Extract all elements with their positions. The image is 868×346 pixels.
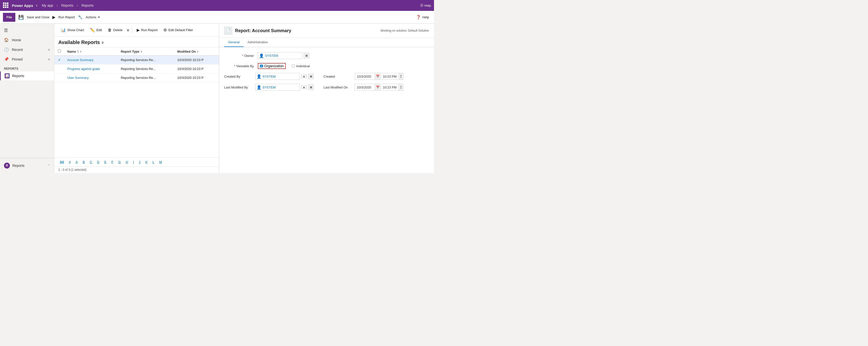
edit-default-filter-button[interactable]: ⚙ Edit Default Filter [161, 26, 195, 34]
created-on-date-input[interactable]: 10/3/2020 📅 10:23 PM ▲ ▼ [355, 73, 403, 80]
last-modified-on-date-input[interactable]: 10/3/2020 📅 10:23 PM ▲ ▼ [355, 84, 403, 91]
alpha-btn-#[interactable]: # [67, 160, 72, 164]
individual-radio[interactable] [292, 64, 295, 68]
hamburger-menu[interactable]: ☰ [0, 26, 54, 35]
sidebar-item-recent[interactable]: 🕐 Recent ∨ [0, 45, 54, 54]
alpha-btn-e[interactable]: E [103, 160, 108, 164]
pinned-chevron-icon: ∨ [48, 58, 50, 61]
actions-button[interactable]: Actions ▼ [84, 13, 102, 22]
run-report-ribbon-button[interactable]: Run Report [56, 13, 76, 22]
edit-button[interactable]: ✏️ Edit [88, 26, 104, 34]
last-modified-on-calendar-btn[interactable]: 📅 [375, 84, 381, 90]
alpha-btn-m[interactable]: M [158, 160, 163, 164]
tab-general[interactable]: General [224, 38, 243, 47]
organization-radio[interactable] [260, 64, 263, 68]
show-chart-button[interactable]: 📊 Show Chart [58, 26, 87, 34]
alpha-btn-f[interactable]: F [110, 160, 115, 164]
created-on-calendar-btn[interactable]: 📅 [375, 73, 381, 80]
last-modified-by-up-btn[interactable]: ▲ [301, 86, 307, 89]
last-modified-by-lookup-btn[interactable]: ⊞ [308, 85, 314, 90]
breadcrumb-separator: › [57, 3, 58, 7]
file-button[interactable]: File [3, 13, 15, 22]
waffle-icon[interactable] [3, 2, 9, 8]
delete-button[interactable]: 🗑 Delete [105, 26, 125, 34]
created-by-up-btn[interactable]: ▲ [301, 75, 307, 78]
alpha-btn-h[interactable]: H [124, 160, 129, 164]
owner-lookup-button[interactable]: ⊞ [304, 53, 309, 58]
modified-on-column-header[interactable]: Modified On ∨ [174, 48, 219, 56]
alpha-btn-d[interactable]: D [96, 160, 101, 164]
sidebar-item-pinned[interactable]: 📌 Pinned ∨ [0, 54, 54, 64]
reports-bottom-icon: R [4, 163, 10, 168]
run-report-button[interactable]: ▶ Run Report [134, 26, 160, 34]
alpha-btn-j[interactable]: J [137, 160, 142, 164]
name-sort-icons[interactable]: ▲ ▼ [77, 50, 79, 53]
table-row[interactable]: Progress against goalsReporting Services… [54, 64, 219, 73]
sidebar-item-reports[interactable]: 📊 Reports [0, 71, 54, 80]
status-bar: 1 - 3 of 3 (1 selected) [54, 166, 219, 173]
last-modified-on-time: 10:23 PM [381, 86, 399, 89]
created-by-input[interactable]: 👤 SYSTEM [255, 73, 300, 80]
report-type-filter-icon[interactable]: ∨ [141, 50, 142, 53]
my-app-label[interactable]: My app [42, 3, 53, 7]
breadcrumb-reports2[interactable]: Reports [81, 3, 93, 7]
breadcrumb-reports1[interactable]: Reports [61, 3, 73, 7]
viewable-by-label: Viewable By [224, 64, 254, 68]
list-title-chevron-icon[interactable]: ∨ [101, 40, 104, 44]
alpha-btn-b[interactable]: B [81, 160, 87, 164]
alpha-btn-c[interactable]: C [88, 160, 93, 164]
alpha-btn-l[interactable]: L [151, 160, 156, 164]
table-row[interactable]: User SummaryReporting Services Re...10/3… [54, 73, 219, 82]
save-close-label: Save and Close [27, 15, 50, 19]
individual-radio-option[interactable]: Individual [292, 64, 310, 68]
created-on-date: 10/3/2020 [355, 75, 375, 78]
sidebar-item-home[interactable]: 🏠 Home [0, 35, 54, 45]
created-by-lookup-btn[interactable]: ⊞ [308, 74, 314, 79]
actions-icon: 🔧 [78, 15, 83, 20]
table-row[interactable]: ✓Account SummaryReporting Services Re...… [54, 56, 219, 64]
report-name-link[interactable]: Account Summary [67, 58, 93, 62]
help-button[interactable]: ⓪ Help [420, 3, 431, 8]
report-name-link[interactable]: User Summary [67, 76, 89, 80]
delete-label: Delete [113, 28, 123, 32]
alpha-btn-i[interactable]: I [131, 160, 135, 164]
save-close-button[interactable]: Save and Close [25, 13, 52, 22]
sidebar-section-reports: Reports [0, 64, 54, 71]
alpha-btn-a[interactable]: A [74, 160, 79, 164]
modified-on-filter-icon[interactable]: ∨ [197, 50, 198, 53]
last-modified-on-label: Last Modified On [323, 86, 351, 89]
created-on-time: 10:23 PM [381, 75, 399, 78]
last-modified-on-time-btn[interactable]: ▲ ▼ [399, 84, 403, 90]
report-name-link[interactable]: Progress against goals [67, 67, 100, 71]
recent-chevron-icon: ∨ [48, 48, 50, 52]
viewable-by-row: Viewable By Organization Individual [224, 63, 429, 69]
checkbox-column-header[interactable] [54, 48, 64, 56]
row-checkbox-cell: ✓ [54, 56, 64, 64]
two-col-section: Created By 👤 SYSTEM ▲ ⊞ Last Modified [224, 73, 429, 91]
sidebar-bottom-reports[interactable]: R Reports ⌃ [0, 160, 54, 171]
help-label: Help [424, 4, 431, 7]
more-options-button[interactable]: ∨ [126, 27, 130, 33]
actions-label: Actions [86, 15, 96, 19]
alpha-btn-all[interactable]: All [58, 160, 65, 164]
sidebar-bottom: R Reports ⌃ [0, 158, 54, 173]
select-all-checkbox[interactable] [58, 50, 61, 53]
organization-radio-box[interactable]: Organization [258, 63, 286, 69]
owner-input[interactable]: 👤 SYSTEM [258, 52, 302, 59]
created-on-time-btn[interactable]: ▲ ▼ [399, 73, 403, 80]
sort-down-icon: ▼ [77, 52, 79, 53]
alpha-btn-k[interactable]: K [144, 160, 149, 164]
last-modified-by-input[interactable]: 👤 SYSTEM [255, 84, 300, 91]
name-filter-icon[interactable]: ∨ [80, 50, 82, 53]
help-ribbon-button[interactable]: ❓ Help [414, 13, 431, 22]
owner-value: SYSTEM [265, 54, 278, 58]
name-column-header[interactable]: Name ▲ ▼ ∨ [64, 48, 118, 56]
report-type-column-header[interactable]: Report Type ∨ [118, 48, 175, 56]
owner-label: Owner [224, 54, 254, 58]
right-col: Created 10/3/2020 📅 10:23 PM ▲ ▼ [323, 73, 403, 91]
last-modified-on-date: 10/3/2020 [355, 86, 375, 89]
owner-row: Owner 👤 SYSTEM ⊞ [224, 52, 429, 59]
tab-administration[interactable]: Administration [243, 38, 272, 47]
time-down-arrow: ▼ [400, 76, 402, 78]
alpha-btn-g[interactable]: G [117, 160, 122, 164]
